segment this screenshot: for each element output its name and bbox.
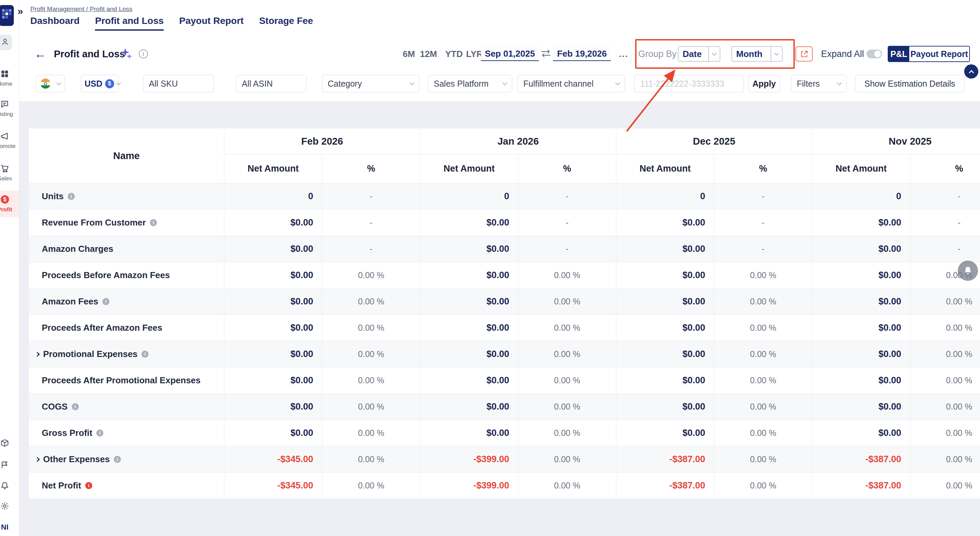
currency-select[interactable]: USD $: [81, 75, 119, 93]
sidebar-item-flag[interactable]: [0, 460, 19, 469]
group-by-field-select[interactable]: Date: [678, 46, 720, 62]
sidebar-item-bell[interactable]: [0, 480, 19, 490]
net-amount-cell: -$387.00: [812, 446, 910, 473]
title-info-icon[interactable]: i: [139, 49, 148, 59]
percent-cell: 0.00 %: [910, 367, 980, 394]
show-estimation-details-button[interactable]: Show Estimation Details: [855, 75, 964, 93]
net-amount-cell: $0.00: [420, 289, 518, 315]
range-12m-button[interactable]: 12M: [420, 49, 437, 59]
net-amount-cell: $0.00: [224, 210, 322, 236]
user-profile-button[interactable]: [0, 35, 12, 50]
asin-input[interactable]: [236, 75, 307, 93]
breadcrumb[interactable]: Profit Management / Profit and Loss: [30, 5, 132, 13]
row-name-net-profit: Net Profiti: [29, 473, 224, 499]
tab-profit-and-loss[interactable]: Profit and Loss: [95, 16, 164, 31]
info-icon[interactable]: i: [85, 482, 92, 489]
sidebar-item-listing[interactable]: Listing: [0, 99, 19, 118]
collapse-filters-button[interactable]: [964, 64, 978, 78]
row-name-other-expenses[interactable]: Other Expensesi: [29, 446, 224, 473]
percent-cell: -: [714, 210, 812, 236]
back-button[interactable]: ←: [34, 48, 46, 60]
percent-cell: 0.00 %: [322, 341, 420, 367]
row-name-proceeds-after-promotional-expenses: Proceeds After Promotional Expenses: [29, 367, 224, 394]
percent-cell: 0.00 %: [322, 315, 420, 341]
more-options-button[interactable]: ...: [619, 49, 628, 59]
net-amount-cell: $0.00: [420, 367, 518, 394]
net-amount-cell: $0.00: [812, 394, 910, 420]
sidebar-item-gear[interactable]: [0, 501, 19, 510]
info-icon[interactable]: i: [102, 298, 110, 305]
percent-cell: 0.00 %: [518, 315, 616, 341]
megaphone-icon: [0, 131, 10, 140]
marketplace-select[interactable]: [36, 75, 65, 93]
net-amount-cell: -$345.00: [224, 473, 322, 499]
sidebar-item-label: Listing: [0, 111, 13, 118]
report-type-segmented-control: P&L Payout Report: [888, 46, 970, 62]
percent-cell: 0.00 %: [910, 341, 980, 367]
tab-storage-fee[interactable]: Storage Fee: [259, 16, 313, 31]
tab-payout-report[interactable]: Payout Report: [179, 16, 243, 31]
net-amount-cell: $0.00: [420, 315, 518, 341]
expand-all-toggle[interactable]: [867, 49, 882, 58]
order-id-input[interactable]: [635, 75, 744, 93]
filter-bar: USD $ Category Sales Platform Fulfillmen…: [0, 75, 980, 93]
percent-cell: 0.00 %: [714, 446, 812, 473]
sidebar-item-home[interactable]: Home: [0, 69, 19, 87]
dollar-icon: $: [0, 195, 10, 204]
pl-button[interactable]: P&L: [888, 46, 909, 61]
row-label: Net Profit: [42, 480, 81, 491]
percent-cell: 0.00 %: [322, 446, 420, 473]
export-external-link-button[interactable]: [795, 46, 813, 62]
percent-cell: -: [322, 183, 420, 210]
swap-dates-icon[interactable]: [541, 49, 551, 59]
percent-cell: 0.00 %: [714, 367, 812, 394]
net-amount-cell: -$387.00: [812, 473, 910, 499]
percent-cell: -: [714, 183, 812, 210]
group-by-interval-select[interactable]: Month: [732, 46, 783, 62]
sidebar-expand-icon[interactable]: »: [18, 5, 22, 17]
info-icon[interactable]: i: [150, 219, 157, 226]
net-amount-cell: $0.00: [224, 289, 322, 315]
net-amount-cell: $0.00: [616, 367, 714, 394]
net-amount-cell: 0: [420, 183, 518, 210]
info-icon[interactable]: i: [68, 193, 75, 200]
sales-platform-select[interactable]: Sales Platform: [428, 75, 512, 93]
info-icon[interactable]: i: [142, 351, 148, 358]
apply-button[interactable]: Apply: [748, 75, 780, 93]
net-amount-cell: $0.00: [812, 289, 910, 315]
date-from-input[interactable]: Sep 01,2025: [481, 47, 539, 61]
pl-table: Name Feb 2026 Jan 2026 Dec 2025 Nov 2025…: [29, 128, 980, 499]
range-lyr-button[interactable]: LYR: [466, 49, 483, 59]
filters-dropdown[interactable]: Filters: [791, 75, 846, 93]
net-amount-cell: $0.00: [616, 341, 714, 367]
range-6m-button[interactable]: 6M: [403, 49, 415, 59]
sidebar-item-promote[interactable]: Promote: [0, 131, 19, 150]
tab-dashboard[interactable]: Dashboard: [30, 16, 80, 31]
net-amount-cell: $0.00: [812, 341, 910, 367]
percent-cell: -: [518, 183, 616, 210]
sidebar-item-profit[interactable]: $Profit: [0, 191, 19, 217]
row-name-promotional-expenses[interactable]: Promotional Expensesi: [29, 341, 224, 367]
app-logo[interactable]: [0, 5, 14, 26]
range-ytd-button[interactable]: YTD: [445, 49, 463, 59]
page-title: Profit and Loss: [54, 49, 125, 60]
category-select[interactable]: Category: [322, 75, 419, 93]
info-icon[interactable]: i: [114, 456, 121, 463]
info-icon[interactable]: i: [96, 429, 103, 437]
sparkle-ai-icon[interactable]: [121, 48, 132, 61]
sku-input[interactable]: [143, 75, 213, 93]
row-label: Other Expenses: [43, 454, 110, 464]
sidebar-item-box[interactable]: [0, 438, 19, 447]
row-label: COGS: [42, 402, 68, 412]
sidebar-item-sales[interactable]: Sales: [0, 164, 19, 182]
percent-cell: -: [322, 210, 420, 236]
percent-cell: 0.00 %: [322, 289, 420, 315]
net-amount-cell: 0: [812, 183, 910, 210]
payout-report-button[interactable]: Payout Report: [909, 46, 969, 61]
fulfillment-channel-select[interactable]: Fulfillment channel: [518, 75, 625, 93]
percent-cell: 0.00 %: [714, 289, 812, 315]
date-to-input[interactable]: Feb 19,2026: [553, 47, 611, 61]
sidebar-item-account[interactable]: NI: [0, 523, 19, 531]
notifications-fab[interactable]: [958, 261, 978, 281]
info-icon[interactable]: i: [72, 403, 79, 410]
